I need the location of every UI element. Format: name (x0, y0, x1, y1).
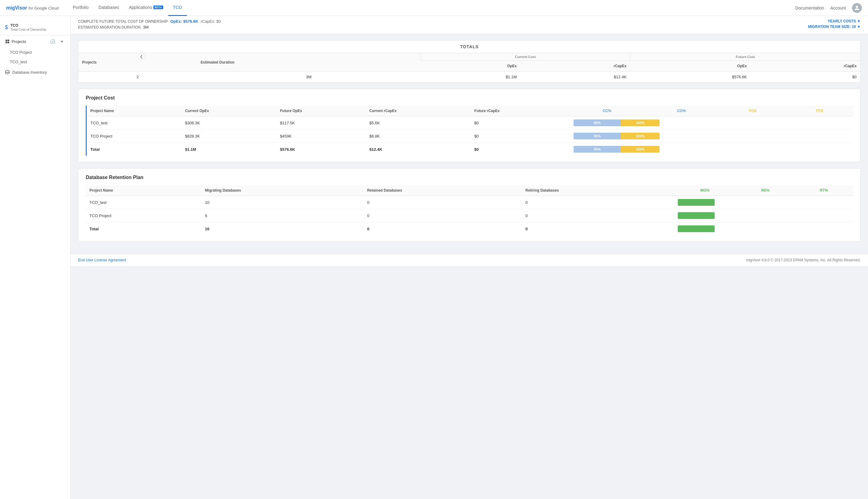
sidebar-item-tco-project[interactable]: TCO Project (0, 48, 70, 57)
pc-row-tco-test: TCO_test $306.3K $117.5K $5.6K $0 98% 10… (86, 117, 853, 130)
pc-th-fo: FO$ (719, 106, 786, 117)
pc-cur-opex-tco-project: $828.3K (181, 130, 276, 143)
nav-databases[interactable]: Databases (93, 0, 124, 16)
retention-plan-card: Database Retention Plan Project Name Mig… (78, 168, 860, 242)
sidebar-tco-label: TCO (10, 23, 46, 28)
pc-cur-opex-tco-test: $306.3K (181, 117, 276, 130)
pc-th-co: CO% (644, 106, 719, 117)
pc-fut-rcapex-tco-project: $0 (471, 130, 570, 143)
pc-bar-tco-project: 99% 100% (570, 130, 853, 143)
rt-th-rt: RT% (795, 185, 853, 196)
rt-total-retained: 0 (363, 222, 522, 235)
green-bar-tco-test (678, 199, 715, 206)
totals-current-rcapex: $12.4K (520, 72, 630, 83)
sidebar-tco-section: $ TCO Total Cost of Ownership (0, 20, 70, 35)
rt-totals-row: Total 16 0 0 (86, 222, 853, 235)
th-current-cost: Current Cost (420, 53, 630, 61)
migration-team-dropdown[interactable]: MIGRATION TEAM SIZE: 10 ▼ (808, 25, 860, 29)
pc-totals-row: Total $1.1M $576.6K $12.4K $0 99% 100% (86, 143, 853, 156)
content-area: TOTALS Projects Estimated Duration Curre… (71, 34, 868, 254)
bar-blue-tco-project: 99% (573, 133, 621, 139)
bar-yellow-tco-test: 100% (621, 120, 659, 126)
th-current-opex: OpEx (420, 61, 520, 72)
pc-total-label: Total (86, 143, 182, 156)
database-icon (5, 70, 10, 75)
nav-portfolio[interactable]: Portfolio (68, 0, 93, 16)
pc-th-current-opex: Current OpEx (181, 106, 276, 117)
pc-total-fut-opex: $576.6K (276, 143, 366, 156)
totals-row: 2 3M $1.1M $12.4K $576.6K $0 (79, 72, 860, 83)
rt-th-retained: Retained Databases (363, 185, 522, 196)
pc-bar-tco-test: 98% 100% (570, 117, 853, 130)
nav-documentation[interactable]: Documentation (795, 5, 824, 10)
rt-name-tco-test: TCO_test (86, 196, 201, 209)
totals-table: Projects Estimated Duration Current Cost… (79, 53, 860, 82)
totals-future-opex: $576.6K (630, 72, 751, 83)
pc-th-future-rcapex: Future rCapEx (471, 106, 570, 117)
pc-cur-rcapex-tco-project: $6.8K (366, 130, 471, 143)
pc-total-cur-rcapex: $12.4K (366, 143, 471, 156)
sidebar-item-database-inventory[interactable]: Database Inventory (0, 66, 70, 78)
footer: End User License Agreement migVisor 4.8.… (71, 254, 868, 266)
pc-cur-rcapex-tco-test: $5.6K (366, 117, 471, 130)
totals-title: TOTALS (79, 40, 860, 53)
rt-th-retiring: Retiring Databases (522, 185, 674, 196)
th-future-opex: OpEx (630, 61, 751, 72)
logo-migvisor: migVisor for Google Cloud (6, 5, 59, 11)
footer-copyright: migVisor 4.8.0 © 2017-2023 EPAM Systems,… (746, 258, 860, 262)
pc-th-current-rcapex: Current rCapEx (366, 106, 471, 117)
rt-row-tco-project: TCO Project 6 0 0 (86, 209, 853, 222)
nav-tco[interactable]: TCO (168, 0, 187, 16)
beta-badge: BETA (153, 5, 163, 9)
bar-yellow-tco-project: 100% (621, 133, 659, 139)
rt-bar-tco-project (674, 209, 853, 222)
pc-row-tco-project: TCO Project $828.3K $459K $6.8K $0 99% 1… (86, 130, 853, 143)
pc-name-tco-test: TCO_test (86, 117, 182, 130)
rt-retained-tco-test: 0 (363, 196, 522, 209)
tco-opex-label: OpEx: $576.6K (170, 19, 198, 24)
totals-card: TOTALS Projects Estimated Duration Curre… (78, 40, 860, 83)
tco-rcapex-label: rCapEx: $0 (201, 19, 221, 24)
rt-total-retiring: 0 (522, 222, 674, 235)
pc-total-fut-rcapex: $0 (471, 143, 570, 156)
sidebar-projects-header[interactable]: Projects 🕜 ▾ (0, 35, 70, 48)
project-cost-table: Project Name Current OpEx Future OpEx Cu… (86, 106, 853, 156)
logo: migVisor for Google Cloud (6, 5, 59, 11)
yearly-costs-dropdown[interactable]: YEARLY COSTS ▼ (828, 19, 860, 23)
bar-yellow-total: 100% (621, 146, 659, 153)
rt-th-migrating: Migrating Databases (201, 185, 364, 196)
bar-blue-total: 99% (573, 146, 621, 153)
sidebar: $ TCO Total Cost of Ownership Projects 🕜… (0, 16, 71, 499)
main-content: COMPLETE FUTURE TOTAL COST OF OWNERSHIP … (71, 16, 868, 499)
rt-bar-total (674, 222, 853, 235)
nav-account[interactable]: Account (830, 5, 846, 10)
sidebar-collapse-button[interactable]: ❮ (138, 53, 145, 60)
rt-th-re: RE% (736, 185, 795, 196)
app-body: $ TCO Total Cost of Ownership Projects 🕜… (0, 16, 868, 499)
rt-migrating-tco-project: 6 (201, 209, 364, 222)
sidebar-projects-title: Projects (5, 39, 26, 44)
rt-th-name: Project Name (86, 185, 201, 196)
project-cost-title: Project Cost (86, 95, 853, 101)
project-cost-card: Project Cost Project Name Current OpEx F… (78, 89, 860, 162)
pc-bar-total: 99% 100% (570, 143, 853, 156)
footer-license[interactable]: End User License Agreement (78, 258, 126, 262)
rt-retiring-tco-test: 0 (522, 196, 674, 209)
green-bar-total (678, 226, 715, 232)
totals-projects: 2 (79, 72, 197, 83)
tco-header-bar: COMPLETE FUTURE TOTAL COST OF OWNERSHIP … (71, 16, 868, 34)
totals-duration: 3M (197, 72, 420, 83)
history-icon[interactable]: 🕜 (49, 38, 56, 45)
sidebar-item-tco-test[interactable]: TCO_test (0, 57, 70, 66)
rt-bar-tco-test (674, 196, 853, 209)
chevron-down-icon[interactable]: ▾ (58, 38, 66, 45)
tco-total-cost-row: COMPLETE FUTURE TOTAL COST OF OWNERSHIP … (78, 19, 221, 24)
top-navigation: migVisor for Google Cloud Portfolio Data… (0, 0, 868, 16)
rt-retained-tco-project: 0 (363, 209, 522, 222)
nav-applications[interactable]: Applications BETA (124, 0, 168, 16)
pc-fut-rcapex-tco-test: $0 (471, 117, 570, 130)
avatar[interactable] (852, 3, 862, 13)
retention-title: Database Retention Plan (86, 175, 853, 180)
rt-total-migrating: 16 (201, 222, 364, 235)
totals-future-rcapex: $0 (751, 72, 860, 83)
